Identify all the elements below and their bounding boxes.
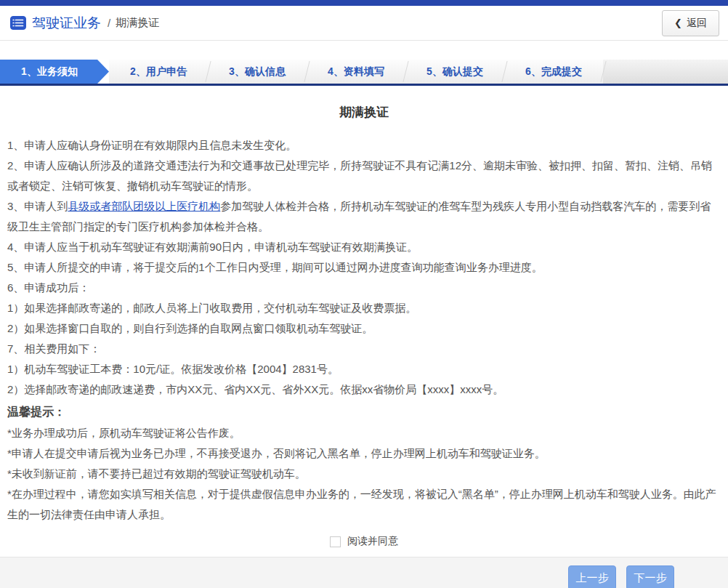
notice-line-2: 2、申请人应确认所涉及的道路交通违法行为和交通事故已处理完毕，所持驾驶证不具有记… (7, 156, 721, 196)
tip-line-3: *未收到新证前，请不要持已超过有效期的驾驶证驾驶机动车。 (7, 464, 721, 484)
notice-line-5: 5、申请人所提交的申请，将于提交后的1个工作日内受理，期间可以通过网办进度查询功… (7, 257, 721, 278)
tip-line-4: *在办理过程中，请您如实填写相关信息，对于提供虚假信息申办业务的，一经发现，将被… (7, 484, 721, 525)
notice-line-7: 7、相关费用如下： (7, 339, 721, 359)
next-step-button[interactable]: 下一步 (626, 565, 674, 588)
step-tab-2: 2、用户申告 (109, 60, 208, 84)
page-title: 期满换证 (7, 104, 721, 121)
notice-line-4: 4、申请人应当于机动车驾驶证有效期满前90日内，申请机动车驾驶证有效期满换证。 (7, 237, 721, 257)
step-tab-4: 4、资料填写 (307, 60, 405, 84)
notice-content: 期满换证 1、申请人应确认身份证明在有效期限内且信息未发生变化。 2、申请人应确… (0, 86, 728, 557)
agree-row: 阅读并同意 (7, 535, 721, 548)
step-label: 5、确认提交 (426, 65, 483, 78)
top-accent-bar (0, 0, 728, 6)
step-tab-1: 1、业务须知 (0, 60, 109, 84)
tips-title: 温馨提示： (7, 401, 721, 423)
breadcrumb-separator: / (108, 17, 110, 29)
breadcrumb: 驾驶证业务 / 期满换证 (10, 14, 159, 33)
notice-line-3-pre: 3、申请人到 (7, 200, 68, 212)
notice-line-6-1: 1）如果选择邮政寄递的，邮政人员将上门收取费用，交付机动车驾驶证及收费票据。 (7, 298, 721, 318)
chevron-left-icon: ❮ (674, 17, 682, 28)
back-button-label: 返回 (687, 17, 707, 30)
step-label: 4、资料填写 (328, 65, 384, 78)
agree-checkbox[interactable] (330, 536, 341, 547)
step-label: 2、用户申告 (130, 65, 187, 78)
step-wizard: 1、业务须知 2、用户申告 3、确认信息 4、资料填写 5、确认提交 6、完成提… (0, 60, 728, 86)
step-label: 3、确认信息 (229, 65, 286, 78)
step-label: 1、业务须知 (21, 65, 78, 78)
footer-bar: 上一步 下一步 (0, 557, 728, 588)
notice-line-7-1: 1）机动车驾驶证工本费：10元/证。依据发改价格【2004】2831号。 (7, 359, 721, 379)
notice-line-6: 6、申请成功后： (7, 278, 721, 298)
list-icon (10, 16, 26, 30)
prev-step-button[interactable]: 上一步 (568, 565, 616, 588)
notice-line-1: 1、申请人应确认身份证明在有效期限内且信息未发生变化。 (7, 135, 721, 156)
back-button[interactable]: ❮ 返回 (662, 10, 719, 36)
tip-line-1: *业务办理成功后，原机动车驾驶证将公告作废。 (7, 423, 721, 443)
notice-line-3: 3、申请人到县级或者部队团级以上医疗机构参加驾驶人体检并合格，所持机动车驾驶证的… (7, 196, 721, 237)
step-label: 6、完成提交 (525, 65, 582, 78)
tip-line-2: *申请人在提交申请后视为业务已办理，不再接受退办，否则将记入黑名单，停止办理网上… (7, 443, 721, 464)
step-tab-6: 6、完成提交 (504, 60, 603, 84)
step-filler (603, 60, 728, 84)
notice-line-6-2: 2）如果选择窗口自取的，则自行到选择的自取网点窗口领取机动车驾驶证。 (7, 318, 721, 339)
agree-label: 阅读并同意 (347, 535, 398, 548)
section-title: 驾驶证业务 (32, 14, 101, 33)
breadcrumb-current: 期满换证 (116, 16, 159, 30)
header: 驾驶证业务 / 期满换证 ❮ 返回 (0, 6, 728, 41)
step-tab-3: 3、确认信息 (208, 60, 307, 84)
page: 驾驶证业务 / 期满换证 ❮ 返回 1、业务须知 2、用户申告 3、确认信息 4… (0, 0, 728, 588)
notice-line-7-2: 2）选择邮政寄递的邮政速递费，市内XX元、省内XX元、省外XX元。依据xx省物价… (7, 379, 721, 400)
step-tab-5: 5、确认提交 (405, 60, 504, 84)
medical-institution-link[interactable]: 县级或者部队团级以上医疗机构 (68, 200, 220, 212)
